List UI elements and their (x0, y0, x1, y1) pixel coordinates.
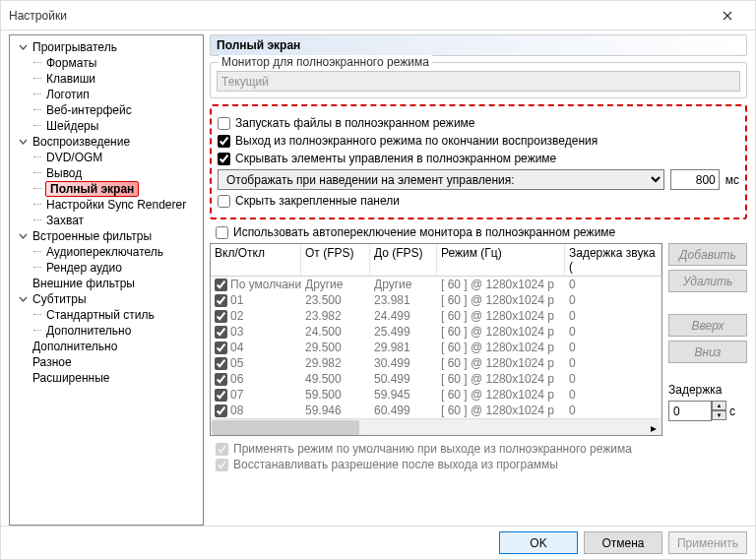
row-delay: 0 (565, 371, 662, 387)
apply-button[interactable]: Применить (668, 531, 747, 554)
table-row[interactable]: 0649.50050.499[ 60 ] @ 1280x1024 p0 (211, 371, 662, 387)
tree-item[interactable]: Логотип (12, 87, 201, 102)
tree-item[interactable]: Воспроизведение (12, 134, 201, 150)
down-button[interactable]: Вниз (668, 341, 747, 363)
monitor-group: Монитор для полноэкранного режима Текущи… (210, 62, 747, 98)
row-checkbox[interactable] (215, 326, 227, 339)
tree-item[interactable]: DVD/OGM (12, 150, 201, 165)
hover-ms-input[interactable] (670, 169, 720, 190)
cancel-button[interactable]: Отмена (584, 531, 662, 554)
scroll-thumb[interactable] (212, 420, 359, 435)
row-mode: [ 60 ] @ 1280x1024 p (437, 324, 565, 340)
ok-button[interactable]: OK (499, 531, 578, 554)
row-checkbox[interactable] (215, 389, 227, 402)
delay-label: Задержка (668, 383, 747, 397)
table-row[interactable]: По умолчаниюДругиеДругие[ 60 ] @ 1280x10… (211, 277, 662, 292)
row-name: 01 (230, 292, 243, 308)
row-mode: [ 60 ] @ 1280x1024 p (437, 371, 565, 387)
collapse-icon[interactable] (18, 231, 29, 242)
row-name: 02 (230, 308, 243, 324)
tree-item[interactable]: Встроенные фильтры (12, 228, 201, 244)
hide-controls-checkbox[interactable]: Скрывать элементы управления в полноэкра… (218, 152, 739, 165)
tree-item[interactable]: Дополнительно (12, 323, 201, 339)
row-checkbox[interactable] (215, 404, 227, 417)
row-from: 23.982 (301, 308, 370, 324)
col-delay[interactable]: Задержка звука ( (565, 244, 662, 276)
col-to[interactable]: До (FPS) (370, 244, 437, 276)
monitor-select[interactable]: Текущий (217, 71, 740, 92)
spin-down-icon[interactable]: ▼ (712, 410, 726, 420)
horizontal-scrollbar[interactable]: ▸ (211, 418, 662, 435)
tree-item[interactable]: Рендер аудио (12, 260, 201, 276)
delay-spinner[interactable]: ▲▼ (712, 401, 726, 421)
table-row[interactable]: 0123.50023.981[ 60 ] @ 1280x1024 p0 (211, 292, 662, 308)
table-row[interactable]: 0759.50059.945[ 60 ] @ 1280x1024 p0 (211, 387, 662, 403)
tree-item[interactable]: Клавиши (12, 71, 201, 87)
table-row[interactable]: 0859.94660.499[ 60 ] @ 1280x1024 p0 (211, 403, 662, 418)
col-from[interactable]: От (FPS) (301, 244, 370, 276)
collapse-icon[interactable] (18, 42, 29, 53)
tree-item[interactable]: Вывод (12, 165, 201, 181)
scroll-right-icon[interactable]: ▸ (646, 420, 661, 435)
row-name: По умолчанию (230, 277, 301, 292)
table-row[interactable]: 0223.98224.499[ 60 ] @ 1280x1024 p0 (211, 308, 662, 324)
add-button[interactable]: Добавить (668, 243, 747, 266)
row-checkbox[interactable] (215, 294, 227, 307)
table-row[interactable]: 0529.98230.499[ 60 ] @ 1280x1024 p0 (211, 355, 662, 371)
tree-item-label: Расширенные (32, 371, 111, 385)
tree-item-label: Рендер аудио (45, 261, 123, 275)
hide-pinned-checkbox[interactable]: Скрыть закрепленные панели (218, 194, 739, 208)
row-to: 60.499 (370, 403, 437, 418)
show-on-hover-select[interactable]: Отображать при наведении на элемент упра… (218, 169, 664, 190)
row-delay: 0 (565, 403, 662, 418)
tree-item[interactable]: Субтитры (12, 291, 201, 307)
tree-item[interactable]: Настройки Sync Renderer (12, 197, 201, 213)
tree-item[interactable]: Полный экран (12, 181, 201, 197)
tree-item[interactable]: Форматы (12, 55, 201, 71)
row-to: 50.499 (370, 371, 437, 387)
row-to: 23.981 (370, 292, 437, 308)
table-row[interactable]: 0324.50025.499[ 60 ] @ 1280x1024 p0 (211, 324, 662, 340)
tree-item[interactable]: Расширенные (12, 370, 201, 386)
row-checkbox[interactable] (215, 342, 227, 354)
up-button[interactable]: Вверх (668, 314, 747, 337)
tree-item[interactable]: Проигрыватель (12, 39, 201, 55)
tree-item[interactable]: Стандартный стиль (12, 307, 201, 323)
tree-item[interactable]: Разное (12, 354, 201, 370)
fps-modes-table[interactable]: Вкл/Откл От (FPS) До (FPS) Режим (Гц) За… (210, 243, 662, 436)
tree-item[interactable]: Шейдеры (12, 118, 201, 134)
tree-item[interactable]: Веб-интерфейс (12, 102, 201, 118)
row-delay: 0 (565, 277, 662, 292)
tree-item-label: Разное (32, 355, 73, 369)
launch-fullscreen-checkbox[interactable]: Запускать файлы в полноэкранном режиме (218, 116, 739, 130)
hide-pinned-label: Скрыть закрепленные панели (235, 194, 400, 208)
tree-item[interactable]: Аудиопереключатель (12, 244, 201, 260)
col-mode[interactable]: Режим (Гц) (437, 244, 565, 276)
exit-fullscreen-checkbox[interactable]: Выход из полноэкранного режима по оконча… (218, 134, 739, 148)
table-row[interactable]: 0429.50029.981[ 60 ] @ 1280x1024 p0 (211, 340, 662, 355)
delay-input[interactable] (668, 401, 712, 421)
tree-item-label: Шейдеры (45, 119, 99, 133)
settings-tree[interactable]: ПроигрывательФорматыКлавишиЛоготипВеб-ин… (9, 34, 204, 526)
collapse-icon[interactable] (18, 294, 29, 305)
tree-item-label: Вывод (45, 166, 83, 180)
tree-item[interactable]: Внешние фильтры (12, 276, 201, 291)
close-icon (723, 11, 732, 21)
spin-up-icon[interactable]: ▲ (712, 401, 726, 410)
col-enable[interactable]: Вкл/Откл (211, 244, 301, 276)
collapse-icon[interactable] (18, 137, 29, 148)
row-delay: 0 (565, 292, 662, 308)
row-checkbox[interactable] (215, 279, 227, 291)
row-name: 06 (230, 371, 243, 387)
monitor-group-label: Монитор для полноэкранного режима (219, 55, 432, 69)
row-from: 24.500 (301, 324, 370, 340)
autoswitch-checkbox[interactable]: Использовать автопереключение монитора в… (216, 225, 747, 239)
tree-item-label: Клавиши (45, 72, 96, 86)
tree-item[interactable]: Захват (12, 213, 201, 228)
row-checkbox[interactable] (215, 357, 227, 370)
row-checkbox[interactable] (215, 310, 227, 323)
close-button[interactable] (708, 2, 747, 30)
row-checkbox[interactable] (215, 373, 227, 386)
delete-button[interactable]: Удалить (668, 270, 747, 292)
tree-item[interactable]: Дополнительно (12, 339, 201, 354)
